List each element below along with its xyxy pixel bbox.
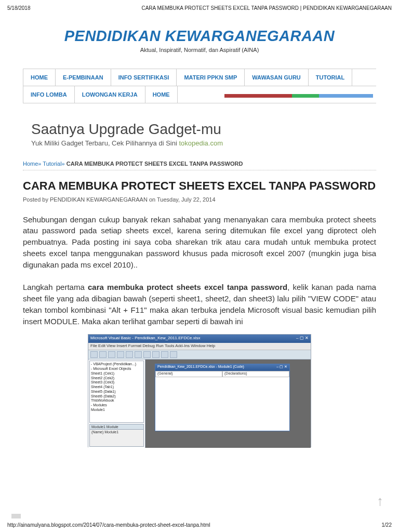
nav-lowongan-kerja[interactable]: LOWONGAN KERJA [75, 86, 145, 103]
nav-info-sertifikasi[interactable]: INFO SERTIFIKASI [111, 69, 177, 86]
vb-properties-pane: Module1 Module (Name) Module1 [89, 424, 144, 447]
footer-marker [11, 514, 21, 518]
vb-menu-bar: File Edit View Insert Format Debug Run T… [88, 343, 311, 350]
post-paragraph-2: Langkah pertama cara membuka protect she… [23, 282, 376, 327]
nav-info-lomba[interactable]: INFO LOMBA [23, 86, 75, 103]
vb-window-controls: – ▢ ✕ [296, 336, 309, 342]
post-paragraph-1: Sehubungan dengan cukup banyak rekan sah… [23, 214, 376, 271]
ad-banner[interactable]: Saatnya Upgrade Gadget-mu Yuk Miliki Gad… [23, 116, 376, 154]
post-date: Tuesday, July 22, 2014 [157, 196, 216, 203]
nav-wawasan-guru[interactable]: WAWASAN GURU [245, 69, 309, 86]
print-page-number: 1/22 [382, 522, 392, 528]
breadcrumb: Home» Tutorial» CARA MEMBUKA PROTECT SHE… [23, 161, 376, 170]
nav-materi-ppkn-smp[interactable]: MATERI PPKN SMP [177, 69, 245, 86]
post-author[interactable]: PENDIDIKAN KEWARGANEGARAAN [50, 196, 148, 203]
main-nav: HOME E-PEMBINAAN INFO SERTIFIKASI MATERI… [23, 69, 376, 103]
nav-color-strip [224, 92, 373, 97]
print-header-title: CARA MEMBUKA PROTECT SHEETS EXCEL TANPA … [141, 5, 392, 11]
vb-code-object-dropdown: (General) [155, 371, 222, 377]
nav-epembinaan[interactable]: E-PEMBINAAN [56, 69, 111, 86]
print-date: 5/18/2018 [7, 5, 31, 11]
vb-code-window: Pendidikan_Kew_2011.EFDCe.xlsx - Module1… [155, 364, 290, 431]
print-footer-url: http://ainamulyana.blogspot.com/2014/07/… [7, 522, 210, 528]
ad-title: Saatnya Upgrade Gadget-mu [31, 121, 368, 138]
ad-sub-text: Yuk Miliki Gadget Terbaru, Cek Pilihanny… [31, 139, 179, 147]
vb-editor-screenshot: Microsoft Visual Basic - Pendidikan_Kew_… [88, 334, 311, 447]
vb-project-explorer: - VBAProject (Pendidikan...) - Microsoft… [89, 361, 144, 423]
breadcrumb-category[interactable]: Tutorial [43, 161, 61, 167]
post-byline: Posted by PENDIDIKAN KEWARGANEGARAAN on … [23, 196, 376, 203]
site-title[interactable]: PENDIDIKAN KEWARGANEGARAAN [23, 28, 376, 45]
nav-home-2[interactable]: HOME [145, 86, 178, 103]
breadcrumb-current: CARA MEMBUKA PROTECT SHEETS EXCEL TANPA … [66, 161, 243, 167]
scroll-to-top-button[interactable]: ↑ [377, 493, 383, 509]
nav-home[interactable]: HOME [23, 69, 56, 86]
ad-link[interactable]: tokopedia.com [179, 139, 223, 147]
nav-tutorial[interactable]: TUTORIAL [309, 69, 352, 86]
breadcrumb-home[interactable]: Home [23, 161, 38, 167]
vb-code-proc-dropdown: (Declarations) [222, 371, 289, 377]
vb-app-title: Microsoft Visual Basic - Pendidikan_Kew_… [90, 336, 201, 342]
vb-toolbar [88, 350, 311, 360]
ad-subtitle: Yuk Miliki Gadget Terbaru, Cek Pilihanny… [31, 139, 368, 147]
post-title: CARA MEMBUKA PROTECT SHEETS EXCEL TANPA … [23, 179, 376, 193]
site-tagline: Aktual, Inspiratif, Normatif, dan Aspira… [23, 47, 376, 53]
